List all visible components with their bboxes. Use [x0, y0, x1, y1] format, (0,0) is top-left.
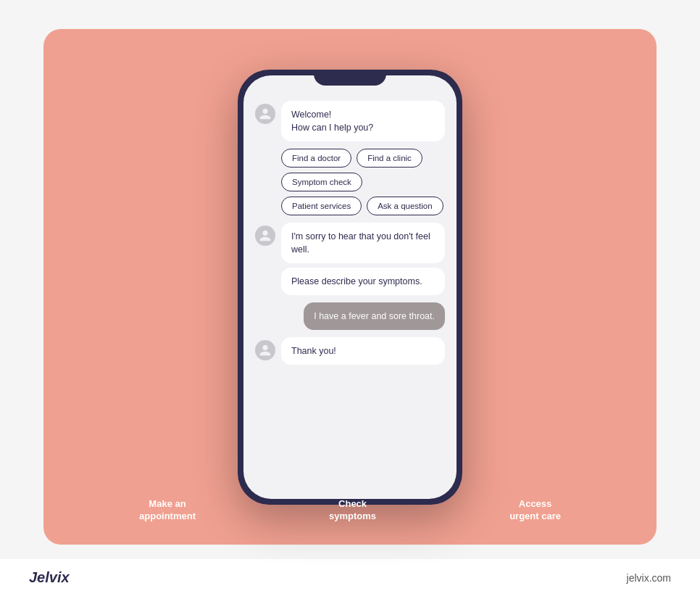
avatar-2 [255, 226, 275, 246]
footer: Jelvix jelvix.com [0, 559, 700, 599]
brand-url: jelvix.com [627, 572, 671, 584]
tab-check-symptoms[interactable]: Checksymptoms [329, 498, 376, 523]
bot-bubble-group-3: Thank you! [281, 337, 445, 365]
qr-patient-services[interactable]: Patient services [281, 197, 362, 215]
tab-urgent-care[interactable]: Accessurgent care [509, 498, 561, 523]
bot-bubble-group-1: Welcome!How can I help you? [281, 101, 445, 141]
quick-replies: Find a doctor Find a clinic Symptom chec… [255, 149, 445, 215]
tab-make-appointment[interactable]: Make anappointment [139, 498, 196, 523]
bot-bubble-group-2: I'm sorry to hear that you don't feel we… [281, 223, 445, 295]
bubble-sorry: I'm sorry to hear that you don't feel we… [281, 223, 445, 263]
chat-area: Welcome!How can I help you? Find a docto… [243, 75, 457, 499]
main-area: Welcome!How can I help you? Find a docto… [0, 0, 700, 559]
phone-mockup: Welcome!How can I help you? Find a docto… [238, 70, 462, 505]
brand-name: Jelvix [29, 569, 70, 586]
bot-message-1: Welcome!How can I help you? [255, 101, 445, 141]
bubble-welcome: Welcome!How can I help you? [281, 101, 445, 141]
qr-symptom-check[interactable]: Symptom check [281, 173, 362, 191]
avatar-3 [255, 340, 275, 360]
avatar-1 [255, 104, 275, 124]
phone-screen: Welcome!How can I help you? Find a docto… [243, 75, 457, 499]
bubble-describe: Please describe your symptoms. [281, 268, 445, 295]
bottom-tabs: Make anappointment Checksymptoms Accessu… [43, 484, 657, 545]
bubble-thank-you: Thank you! [281, 337, 445, 365]
user-message-1: I have a fever and sore throat. [255, 302, 445, 330]
bubble-user-fever: I have a fever and sore throat. [304, 302, 445, 330]
bot-message-3: Thank you! [255, 337, 445, 365]
qr-ask-question[interactable]: Ask a question [367, 197, 443, 215]
phone-notch [314, 70, 386, 86]
bot-message-2: I'm sorry to hear that you don't feel we… [255, 223, 445, 295]
qr-find-doctor[interactable]: Find a doctor [281, 149, 351, 168]
salmon-card: Welcome!How can I help you? Find a docto… [43, 29, 657, 545]
qr-find-clinic[interactable]: Find a clinic [357, 149, 422, 168]
